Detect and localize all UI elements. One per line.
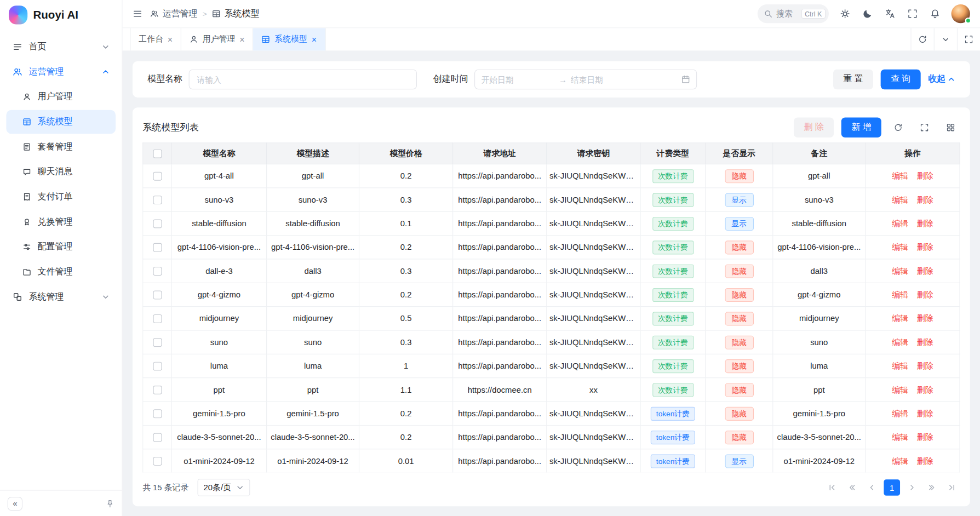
delete-link[interactable]: 删除 xyxy=(917,385,933,394)
page-size-select[interactable]: 20条/页 xyxy=(197,479,250,496)
content-fullscreen-icon[interactable] xyxy=(957,28,980,50)
sidebar-item-operations[interactable]: 运营管理 xyxy=(6,60,116,84)
edit-link[interactable]: 编辑 xyxy=(892,385,908,394)
fullscreen-icon[interactable] xyxy=(903,4,923,24)
settings-gear-icon[interactable] xyxy=(835,4,855,24)
delete-link[interactable]: 删除 xyxy=(917,266,933,275)
start-date-input[interactable] xyxy=(482,74,555,84)
row-checkbox[interactable] xyxy=(153,220,162,228)
next-page-button[interactable] xyxy=(904,479,920,496)
add-button[interactable]: 新 增 xyxy=(841,118,881,138)
row-checkbox[interactable] xyxy=(153,172,162,181)
sidebar-item-redeem-management[interactable]: 兑换管理 xyxy=(6,210,116,233)
collapse-sidebar-button[interactable]: « xyxy=(8,497,22,511)
delete-link[interactable]: 删除 xyxy=(917,409,933,418)
delete-link[interactable]: 删除 xyxy=(917,456,933,465)
select-all-checkbox[interactable] xyxy=(153,150,162,158)
row-checkbox[interactable] xyxy=(153,243,162,252)
query-button[interactable]: 查 询 xyxy=(881,70,921,90)
model-name-cell: o1-mini-2024-09-12 xyxy=(171,449,266,473)
edit-link[interactable]: 编辑 xyxy=(892,456,908,465)
edit-link[interactable]: 编辑 xyxy=(892,313,908,323)
sidebar-item-system[interactable]: 系统管理 xyxy=(6,285,116,308)
model-name-input[interactable] xyxy=(189,70,417,90)
breadcrumb-system-model[interactable]: 系统模型 xyxy=(212,8,260,20)
tab-options-chevron-icon[interactable] xyxy=(934,28,957,50)
delete-link[interactable]: 删除 xyxy=(917,290,933,299)
prev-fast-button[interactable] xyxy=(844,479,860,496)
tab-user-management[interactable]: 用户管理 × xyxy=(181,28,253,50)
delete-button[interactable]: 删 除 xyxy=(794,118,834,138)
page-number-1[interactable]: 1 xyxy=(884,479,900,496)
dark-mode-moon-icon[interactable] xyxy=(857,4,878,24)
edit-link[interactable]: 编辑 xyxy=(892,242,908,251)
package-icon xyxy=(22,142,31,151)
delete-link[interactable]: 删除 xyxy=(917,171,933,180)
next-fast-button[interactable] xyxy=(924,479,940,496)
edit-link[interactable]: 编辑 xyxy=(892,432,908,442)
remark-cell: o1-mini-2024-09-12 xyxy=(773,449,866,473)
operations-icon xyxy=(150,9,159,18)
edit-link[interactable]: 编辑 xyxy=(892,290,908,299)
last-page-button[interactable] xyxy=(944,479,960,496)
row-checkbox[interactable] xyxy=(153,291,162,300)
delete-link[interactable]: 删除 xyxy=(917,432,933,442)
edit-link[interactable]: 编辑 xyxy=(892,194,908,204)
column-settings-icon[interactable] xyxy=(941,118,960,137)
row-checkbox[interactable] xyxy=(153,267,162,276)
row-checkbox[interactable] xyxy=(153,362,162,371)
edit-link[interactable]: 编辑 xyxy=(892,171,908,180)
sidebar-item-package-management[interactable]: 套餐管理 xyxy=(6,135,116,158)
delete-link[interactable]: 删除 xyxy=(917,361,933,370)
edit-link[interactable]: 编辑 xyxy=(892,219,908,228)
user-avatar[interactable] xyxy=(952,4,970,23)
sidebar-item-home[interactable]: 首页 xyxy=(6,35,116,59)
delete-link[interactable]: 删除 xyxy=(917,194,933,204)
refresh-table-icon[interactable] xyxy=(889,118,908,137)
delete-link[interactable]: 删除 xyxy=(917,242,933,251)
edit-link[interactable]: 编辑 xyxy=(892,361,908,370)
sidebar-item-file-management[interactable]: 文件管理 xyxy=(6,260,116,284)
reset-button[interactable]: 重 置 xyxy=(833,70,873,90)
remark-cell: midjourney xyxy=(773,307,866,330)
tab-system-model[interactable]: 系统模型 × xyxy=(254,28,325,50)
sidebar-item-payment-orders[interactable]: 支付订单 xyxy=(6,185,116,209)
language-translate-icon[interactable] xyxy=(880,4,901,24)
menu-toggle-icon[interactable] xyxy=(133,9,142,19)
row-checkbox[interactable] xyxy=(153,339,162,347)
row-checkbox[interactable] xyxy=(153,196,162,204)
notifications-bell-icon[interactable] xyxy=(925,4,945,24)
table-fullscreen-icon[interactable] xyxy=(915,118,933,137)
tab-workbench[interactable]: 工作台 × xyxy=(130,28,181,50)
end-date-input[interactable] xyxy=(571,74,645,84)
edit-link[interactable]: 编辑 xyxy=(892,409,908,418)
row-actions-cell: 编辑删除 xyxy=(866,402,960,425)
close-tab-icon[interactable]: × xyxy=(312,35,317,44)
pin-icon[interactable] xyxy=(106,499,114,508)
row-checkbox[interactable] xyxy=(153,410,162,418)
date-range-picker[interactable]: → xyxy=(474,70,697,90)
sidebar-item-config-management[interactable]: 配置管理 xyxy=(6,235,116,259)
collapse-filter-link[interactable]: 收起 xyxy=(928,74,955,85)
breadcrumb-operations[interactable]: 运营管理 xyxy=(150,8,198,20)
sidebar-item-user-management[interactable]: 用户管理 xyxy=(6,85,116,108)
row-checkbox[interactable] xyxy=(153,433,162,442)
row-checkbox[interactable] xyxy=(153,314,162,323)
delete-link[interactable]: 删除 xyxy=(917,219,933,228)
delete-link[interactable]: 删除 xyxy=(917,337,933,347)
close-tab-icon[interactable]: × xyxy=(168,35,173,44)
row-checkbox[interactable] xyxy=(153,386,162,394)
edit-link[interactable]: 编辑 xyxy=(892,337,908,347)
delete-link[interactable]: 删除 xyxy=(917,313,933,323)
app-logo[interactable]: Ruoyi AI xyxy=(0,0,122,30)
row-checkbox[interactable] xyxy=(153,457,162,466)
sidebar-item-chat-messages[interactable]: 聊天消息 xyxy=(6,160,116,184)
chat-icon xyxy=(22,168,31,176)
first-page-button[interactable] xyxy=(824,479,840,496)
refresh-page-icon[interactable] xyxy=(910,28,933,50)
edit-link[interactable]: 编辑 xyxy=(892,266,908,275)
close-tab-icon[interactable]: × xyxy=(239,35,244,44)
sidebar-item-system-model[interactable]: 系统模型 xyxy=(6,110,116,134)
global-search[interactable]: 搜索 Ctrl K xyxy=(758,4,829,23)
prev-page-button[interactable] xyxy=(864,479,880,496)
